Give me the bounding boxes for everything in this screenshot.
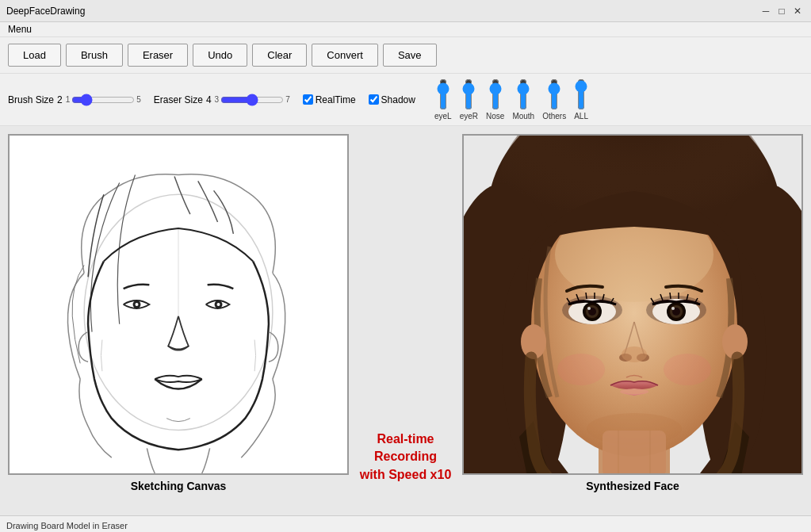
channel-mouth-slider[interactable] bbox=[517, 78, 530, 110]
brush-size-group: Brush Size 2 1 5 bbox=[8, 94, 141, 106]
eraser-size-value: 4 bbox=[206, 94, 212, 105]
convert-button[interactable]: Convert bbox=[312, 44, 378, 67]
channel-eyeR: eyeR bbox=[460, 78, 478, 121]
eraser-size-label: Eraser Size bbox=[154, 94, 203, 105]
minimize-button[interactable]: ─ bbox=[759, 4, 773, 18]
sketch-canvas-box[interactable] bbox=[8, 134, 349, 475]
svg-line-38 bbox=[670, 293, 671, 299]
channel-eyeL-slider[interactable] bbox=[437, 78, 449, 110]
controls-bar: Brush Size 2 1 5 Eraser Size 4 3 7 RealT… bbox=[0, 74, 811, 126]
clear-button[interactable]: Clear bbox=[252, 44, 307, 67]
eraser-button[interactable]: Eraser bbox=[128, 44, 188, 67]
save-button[interactable]: Save bbox=[383, 44, 437, 67]
sketch-panel: Sketching Canvas bbox=[8, 134, 349, 507]
shadow-group: Shadow bbox=[369, 94, 415, 105]
eraser-size-group: Eraser Size 4 3 7 bbox=[154, 94, 290, 106]
channel-eyeR-slider[interactable] bbox=[462, 78, 475, 110]
shadow-checkbox[interactable] bbox=[369, 94, 379, 105]
realtime-label: RealTime bbox=[316, 94, 356, 105]
svg-point-3 bbox=[136, 303, 139, 306]
title-bar-controls: ─ □ ✕ bbox=[759, 4, 805, 18]
main-area: Sketching Canvas Real-time Recording wit… bbox=[0, 126, 811, 515]
channel-eyeR-label: eyeR bbox=[460, 112, 478, 121]
channel-nose: Nose bbox=[486, 78, 504, 121]
synthesized-label: Synthesized Face bbox=[586, 480, 679, 492]
menu-item-menu[interactable]: Menu bbox=[5, 22, 35, 36]
restore-button[interactable]: □ bbox=[775, 4, 789, 18]
channel-mouth-label: Mouth bbox=[512, 112, 534, 121]
title-bar-left: DeepFaceDrawing bbox=[6, 6, 85, 17]
svg-point-25 bbox=[587, 307, 591, 310]
brush-size-label: Brush Size bbox=[8, 94, 54, 105]
close-button[interactable]: ✕ bbox=[790, 4, 805, 18]
realtime-checkbox[interactable] bbox=[303, 94, 313, 105]
channel-eyeL: eyeL bbox=[434, 78, 452, 121]
channel-mouth: Mouth bbox=[512, 78, 534, 121]
sketch-label: Sketching Canvas bbox=[131, 480, 227, 492]
middle-label: Real-time Recording with Speed x10 bbox=[357, 134, 454, 507]
brush-size-tick2: 5 bbox=[136, 95, 141, 104]
toolbar: Load Brush Eraser Undo Clear Convert Sav… bbox=[0, 37, 811, 74]
eraser-size-tick2: 7 bbox=[285, 95, 290, 104]
synthesized-face-svg bbox=[464, 136, 803, 475]
channel-others-label: Others bbox=[542, 112, 566, 121]
channel-nose-slider[interactable] bbox=[489, 78, 502, 110]
middle-label-line1: Real-time Recording bbox=[374, 432, 437, 463]
eraser-size-tick1: 3 bbox=[215, 95, 220, 104]
window-title: DeepFaceDrawing bbox=[6, 6, 85, 17]
brush-size-value: 2 bbox=[57, 94, 63, 105]
channel-all: ALL bbox=[574, 78, 588, 121]
channel-eyeL-label: eyeL bbox=[434, 112, 452, 121]
status-text: Drawing Board Model in Eraser bbox=[6, 521, 128, 530]
svg-point-44 bbox=[622, 346, 647, 362]
middle-recording-text: Real-time Recording with Speed x10 bbox=[357, 431, 454, 484]
channel-all-slider[interactable] bbox=[575, 78, 587, 110]
svg-point-5 bbox=[217, 303, 220, 306]
channel-others-slider[interactable] bbox=[548, 78, 560, 110]
svg-point-16 bbox=[557, 354, 605, 385]
svg-point-29 bbox=[671, 307, 675, 310]
shadow-label: Shadow bbox=[381, 94, 415, 105]
load-button[interactable]: Load bbox=[8, 44, 61, 67]
middle-label-line2: with Speed x10 bbox=[360, 468, 452, 481]
brush-button[interactable]: Brush bbox=[66, 44, 123, 67]
brush-size-slider[interactable] bbox=[71, 94, 135, 106]
status-bar: Drawing Board Model in Eraser bbox=[0, 515, 811, 532]
channel-all-label: ALL bbox=[574, 112, 588, 121]
channel-sliders: eyeL eyeR Nose Mouth Others ALL bbox=[434, 78, 588, 121]
sketch-svg bbox=[10, 136, 347, 473]
synthesized-canvas-box bbox=[462, 134, 803, 475]
channel-others: Others bbox=[542, 78, 566, 121]
realtime-group: RealTime bbox=[303, 94, 356, 105]
synthesized-panel: Synthesized Face bbox=[462, 134, 803, 507]
eraser-size-slider-container: 3 7 bbox=[215, 94, 290, 106]
brush-size-slider-container: 1 5 bbox=[66, 94, 141, 106]
svg-point-17 bbox=[664, 354, 711, 385]
svg-point-45 bbox=[620, 388, 648, 395]
undo-button[interactable]: Undo bbox=[193, 44, 247, 67]
eraser-size-slider[interactable] bbox=[220, 94, 284, 106]
brush-size-tick1: 1 bbox=[66, 95, 71, 104]
svg-line-32 bbox=[586, 293, 587, 299]
menu-bar: Menu bbox=[0, 22, 811, 37]
title-bar: DeepFaceDrawing ─ □ ✕ bbox=[0, 0, 811, 22]
svg-rect-47 bbox=[603, 431, 666, 475]
channel-nose-label: Nose bbox=[486, 112, 504, 121]
